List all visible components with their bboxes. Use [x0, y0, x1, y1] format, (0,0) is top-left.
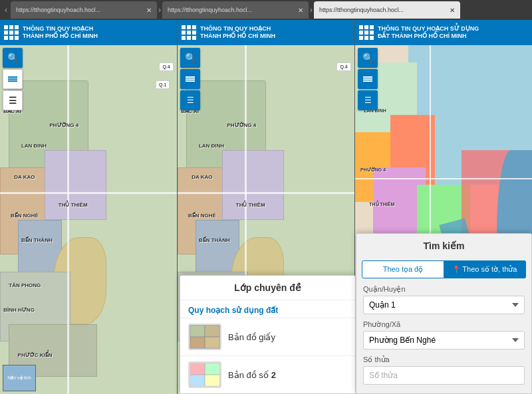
quan-huyen-select[interactable]: Quận 1 Quận 2 Quận 3 [363, 296, 525, 314]
map-toolbar-2: 🔍 ☰ [180, 48, 200, 110]
map-bg-1: LAN ĐINH DA KAO BẾN NGHÉ BẾN THÀNH PHƯỜN… [0, 45, 177, 394]
phuong-xa-label: Phường/Xã [363, 320, 525, 329]
search-button-1[interactable]: 🔍 [3, 48, 23, 68]
map-header-2: THÔNG TIN QUY HOẠCHTHÀNH PHỐ HỒ CHÍ MINH [178, 20, 354, 45]
search-panel: Tìm kiếm Theo tọa độ 📍 Theo số tờ, thửa … [356, 233, 532, 394]
svg-rect-7 [363, 78, 372, 80]
layer-section-title: Quy hoạch sử dụng đất [180, 300, 355, 318]
layer-icon-digital-map [188, 361, 221, 388]
legend-badge-2: Q.1 [156, 80, 170, 89]
map-header-3: THÔNG TIN QUY HOẠCH SỬ DỤNGĐẤT THÀNH PHỐ… [355, 20, 532, 45]
search-tab-coord[interactable]: Theo tọa độ [362, 260, 444, 278]
tab-separator-2: › [310, 5, 313, 15]
so-thua-field: Số thửa [356, 351, 531, 387]
tab-close-1[interactable]: ✕ [146, 7, 152, 14]
svg-rect-5 [186, 76, 195, 78]
phuong-xa-select[interactable]: Phường Bến Nghé Phường Bến Thành [363, 331, 525, 349]
grid-icon-3 [359, 25, 374, 40]
svg-rect-2 [8, 76, 17, 78]
svg-rect-11 [205, 326, 219, 337]
search-button-2[interactable]: 🔍 [180, 48, 200, 68]
tab-url-1: https://tthongtinquyhoach.hocl... [16, 7, 100, 13]
layers-button-1[interactable] [3, 69, 23, 89]
layer-panel-title: Lớp chuyên đề [180, 276, 355, 300]
svg-rect-0 [8, 80, 17, 82]
svg-rect-19 [190, 375, 205, 386]
list-button-3[interactable]: ☰ [358, 90, 378, 110]
layer-item-1-name: Bản đồ giấy [228, 332, 275, 342]
svg-rect-8 [363, 76, 372, 78]
svg-rect-18 [205, 363, 219, 375]
layer-item-2-badge: 2 [271, 370, 276, 380]
tab-close-2[interactable]: ✕ [298, 7, 303, 14]
so-thua-input[interactable] [363, 366, 525, 385]
legend-badge-1: Q.4 [159, 62, 173, 71]
search-button-3[interactable]: 🔍 [358, 48, 378, 68]
minimap-1: Nền vệ tinh [3, 365, 36, 391]
map-toolbar-1: 🔍 ☰ [3, 48, 23, 110]
main-content: THÔNG TIN QUY HOẠCHTHÀNH PHỐ HỒ CHÍ MINH… [0, 20, 532, 394]
so-thua-label: Số thửa [363, 355, 525, 364]
map-header-1: THÔNG TIN QUY HOẠCHTHÀNH PHỐ HỒ CHÍ MINH [0, 20, 177, 45]
search-tabs: Theo tọa độ 📍 Theo số tờ, thửa [356, 258, 531, 281]
list-button-2[interactable]: ☰ [180, 90, 200, 110]
svg-rect-10 [190, 326, 205, 337]
svg-rect-6 [363, 80, 372, 82]
map-title-2: THÔNG TIN QUY HOẠCHTHÀNH PHỐ HỒ CHÍ MINH [200, 25, 275, 40]
location-icon: 📍 [452, 266, 460, 273]
legend-badge-3: Q.4 [336, 62, 350, 71]
layer-item-2-name: Bản đồ số [228, 370, 269, 380]
search-tab-parcel-label: Theo số tờ, thửa [462, 265, 517, 273]
layers-icon-1 [7, 74, 18, 84]
svg-rect-4 [186, 78, 195, 80]
layer-icon-paper-map [188, 324, 221, 350]
quan-huyen-label: Quận/Huyện [363, 285, 525, 294]
layer-item-1[interactable]: Bản đồ giấy [180, 318, 355, 355]
browser-tab-3[interactable]: https://tthongtinquyhoach.hocl... ✕ [314, 1, 460, 19]
tab-url-2: https://tthongtinquyhoach.hocl... [168, 7, 252, 13]
search-panel-title: Tìm kiếm [356, 234, 531, 258]
layers-icon-2 [185, 74, 196, 84]
phuong-xa-field: Phường/Xã Phường Bến Nghé Phường Bến Thà… [356, 316, 531, 351]
layers-icon-3 [362, 74, 373, 84]
map-title-1: THÔNG TIN QUY HOẠCHTHÀNH PHỐ HỒ CHÍ MINH [23, 25, 98, 40]
search-tab-parcel[interactable]: 📍 Theo số tờ, thửa [444, 260, 526, 278]
browser-tab-2[interactable]: https://tthongtinquyhoach.hocl... ✕ [162, 1, 309, 19]
digital-map-svg [189, 362, 221, 387]
grid-icon-1 [4, 25, 19, 40]
map-panels: THÔNG TIN QUY HOẠCHTHÀNH PHỐ HỒ CHÍ MINH… [0, 20, 532, 394]
tab-url-3: https://tthongtinquyhoach.hocl... [319, 7, 404, 13]
quan-huyen-field: Quận/Huyện Quận 1 Quận 2 Quận 3 [356, 281, 531, 316]
map-toolbar-3: 🔍 ☰ [358, 48, 378, 110]
svg-rect-20 [205, 375, 219, 386]
browser-tab-1[interactable]: https://tthongtinquyhoach.hocl... ✕ [11, 1, 157, 19]
map-panel-1: THÔNG TIN QUY HOẠCHTHÀNH PHỐ HỒ CHÍ MINH… [0, 20, 178, 394]
browser-chrome: ‹ https://tthongtinquyhoach.hocl... ✕ › … [0, 0, 532, 20]
svg-rect-17 [190, 363, 205, 375]
layer-item-2-label: Bản đồ số 2 [228, 370, 276, 380]
nav-back-icon[interactable]: ‹ [3, 5, 9, 15]
grid-icon-2 [182, 25, 196, 40]
tab-close-3[interactable]: ✕ [450, 7, 455, 14]
svg-rect-12 [190, 337, 205, 348]
svg-rect-1 [8, 78, 17, 80]
layer-item-2[interactable]: Bản đồ số 2 [180, 355, 355, 393]
layers-button-2[interactable] [180, 69, 200, 89]
list-button-1[interactable]: ☰ [3, 90, 23, 110]
svg-rect-13 [205, 337, 219, 348]
map-title-3: THÔNG TIN QUY HOẠCH SỬ DỤNGĐẤT THÀNH PHỐ… [378, 25, 479, 40]
minimap-label-1: Nền vệ tinh [7, 375, 31, 381]
tab-separator-1: › [158, 5, 161, 15]
layer-panel: Lớp chuyên đề Quy hoạch sử dụng đất Bản … [180, 275, 356, 394]
paper-map-svg [189, 324, 221, 349]
search-tab-coord-label: Theo tọa độ [383, 265, 423, 273]
svg-rect-3 [186, 80, 195, 82]
layers-button-3[interactable] [358, 69, 378, 89]
